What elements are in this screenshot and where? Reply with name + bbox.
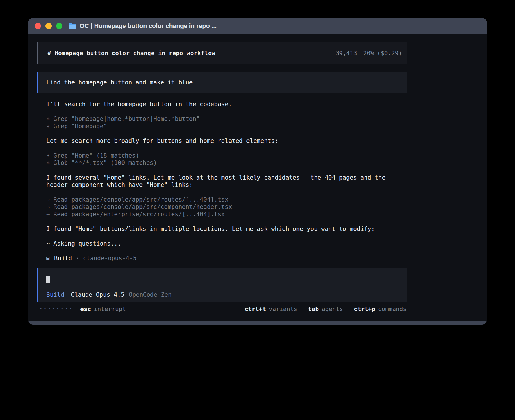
input-provider-name: OpenCode Zen [129,291,172,298]
commands-label: commands [378,306,407,312]
agent-model: claude-opus-4-5 [83,255,137,262]
agent-separator: · [76,255,79,262]
input-footer: Build Claude Opus 4.5 OpenCode Zen [46,291,407,298]
folder-icon [69,23,76,29]
esc-key-label: esc [80,306,91,312]
tool-call-grep-3: ∗ Grep "Home" (18 matches) [37,152,407,159]
tab-key-label: tab [308,306,319,312]
session-stats: 39,413 20% ($0.29) [336,50,402,57]
input-mode-badge[interactable]: Build [46,291,64,298]
spinner-dots-icon: •••••••• [40,305,73,313]
status-bar: •••••••• esc interrupt ctrl+t variants t… [37,305,407,313]
agent-icon: ▣ [46,255,49,262]
ctrl-t-key-label: ctrl+t [245,306,266,312]
tool-call-grep-1: ∗ Grep "homepage|home.*button|Home.*butt… [37,115,407,123]
asking-questions-status: ~ Asking questions... [37,240,407,247]
assistant-paragraph: I found several "Home" links. Let me loo… [37,174,407,189]
close-button[interactable] [35,23,41,29]
text-cursor [46,276,50,283]
token-count: 39,413 [336,50,357,57]
traffic-lights [35,23,62,29]
user-message: Find the homepage button and make it blu… [37,72,407,93]
agent-name: Build [54,255,72,262]
commands-hint: ctrl+p commands [354,306,407,312]
input-model-name[interactable]: Claude Opus 4.5 [71,291,125,298]
minimize-button[interactable] [45,23,52,29]
terminal-content: # Homepage button color change in repo w… [28,34,487,321]
ctrl-p-key-label: ctrl+p [354,306,375,312]
tool-call-glob: ∗ Glob "**/*.tsx" (100 matches) [37,159,407,167]
agents-label: agents [322,306,343,312]
assistant-paragraph: Let me search more broadly for buttons a… [37,137,407,145]
window-title: OC | Homepage button color change in rep… [80,22,217,30]
tool-call-read-2: → Read packages/console/app/src/componen… [37,203,407,211]
session-title: # Homepage button color change in repo w… [47,50,215,57]
prompt-input[interactable]: Build Claude Opus 4.5 OpenCode Zen [37,268,407,302]
tool-call-read-1: → Read packages/console/app/src/routes/[… [37,196,407,203]
variants-label: variants [269,306,297,312]
user-message-text: Find the homepage button and make it blu… [46,79,193,86]
terminal-window: OC | Homepage button color change in rep… [28,18,487,325]
context-percent: 20% [363,50,374,57]
tool-call-grep-2: ∗ Grep "Homepage" [37,123,407,130]
agent-info-line: ▣ Build · claude-opus-4-5 [37,255,407,262]
variants-hint: ctrl+t variants [245,306,297,312]
title-bar[interactable]: OC | Homepage button color change in rep… [28,18,487,34]
assistant-paragraph: I'll search for the homepage button in t… [37,100,407,108]
tool-call-read-3: → Read packages/enterprise/src/routes/[.… [37,211,407,218]
zoom-button[interactable] [56,23,62,29]
session-cost: ($0.29) [377,50,402,57]
interrupt-hint: esc interrupt [80,306,126,312]
assistant-paragraph: I found "Home" buttons/links in multiple… [37,225,407,233]
session-header: # Homepage button color change in repo w… [37,42,407,64]
agents-hint: tab agents [308,306,343,312]
interrupt-label: interrupt [94,306,126,312]
